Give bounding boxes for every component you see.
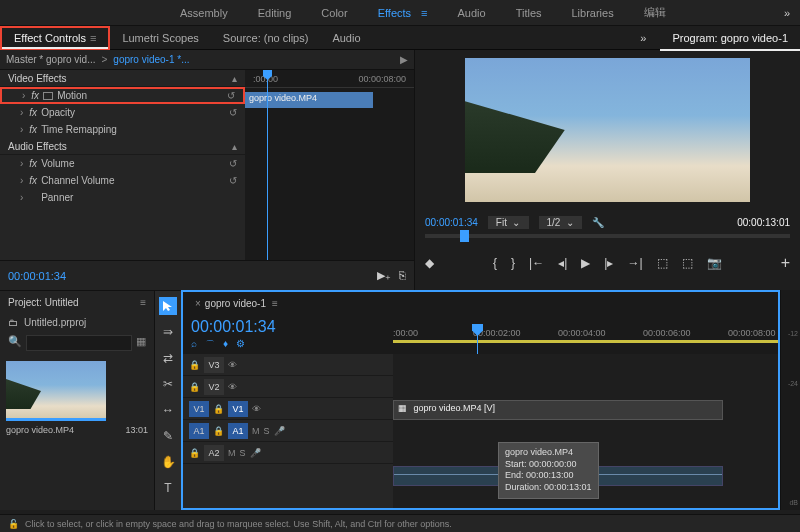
sequence-name[interactable]: gopro video-1: [205, 298, 266, 309]
marker-icon[interactable]: ♦: [223, 338, 228, 352]
effect-controls-tab[interactable]: Effect Controls ≡: [0, 26, 110, 50]
panel-menu-icon[interactable]: ≡: [140, 297, 146, 308]
eye-icon[interactable]: 👁: [252, 404, 261, 414]
step-forward-icon[interactable]: |▸: [604, 256, 613, 270]
track-target-v1[interactable]: V1: [228, 401, 248, 417]
go-to-out-icon[interactable]: →|: [627, 256, 642, 270]
lumetri-scopes-tab[interactable]: Lumetri Scopes: [110, 26, 210, 50]
source-patch-a1[interactable]: A1: [189, 423, 209, 439]
timeline-timecode[interactable]: 00:00:01:34: [191, 318, 385, 336]
tab-assembly[interactable]: Assembly: [180, 7, 228, 19]
reset-icon[interactable]: ↺: [229, 158, 237, 169]
linked-selection-icon[interactable]: ⌒: [205, 338, 215, 352]
extract-icon[interactable]: ⬚: [682, 256, 693, 270]
lift-icon[interactable]: ⬚: [657, 256, 668, 270]
voiceover-icon[interactable]: 🎤: [250, 448, 261, 458]
track-target-a2[interactable]: A2: [204, 445, 224, 461]
audio-effects-header[interactable]: Audio Effects ▴: [0, 138, 245, 155]
reset-icon[interactable]: ↺: [229, 175, 237, 186]
expand-icon[interactable]: ›: [20, 124, 23, 135]
selection-tool[interactable]: [159, 297, 177, 315]
video-effects-header[interactable]: Video Effects ▴: [0, 70, 245, 87]
bin-icon[interactable]: 🗀: [8, 317, 18, 328]
zoom-select[interactable]: Fit ⌄: [488, 216, 529, 229]
tab-edit-cjk[interactable]: 编辑: [644, 5, 666, 20]
settings-icon[interactable]: ⚙: [236, 338, 245, 352]
motion-effect[interactable]: › fx Motion ↺: [0, 87, 245, 104]
tab-effects[interactable]: Effects: [378, 7, 411, 19]
track-target-v2[interactable]: V2: [204, 379, 224, 395]
resolution-select[interactable]: 1/2 ⌄: [539, 216, 582, 229]
clip-thumbnail[interactable]: [6, 361, 106, 421]
track-target-a1[interactable]: A1: [228, 423, 248, 439]
voiceover-icon[interactable]: 🎤: [274, 426, 285, 436]
solo-button[interactable]: S: [240, 448, 246, 458]
volume-effect[interactable]: › fx Volume ↺: [0, 155, 245, 172]
overflow-icon[interactable]: »: [784, 7, 790, 19]
source-patch-v1[interactable]: V1: [189, 401, 209, 417]
go-to-in-icon[interactable]: |←: [529, 256, 544, 270]
panel-menu-icon[interactable]: ≡: [90, 32, 96, 44]
mute-button[interactable]: M: [252, 426, 260, 436]
lock-icon[interactable]: 🔒: [189, 360, 200, 370]
mark-out-icon[interactable]: }: [511, 256, 515, 270]
lock-icon[interactable]: 🔒: [213, 426, 224, 436]
lock-icon[interactable]: 🔒: [189, 382, 200, 392]
work-area-bar[interactable]: [393, 340, 778, 343]
reset-icon[interactable]: ↺: [227, 90, 235, 101]
track-header-a1[interactable]: A1 🔒 A1 M S 🎤: [183, 420, 393, 442]
video-clip[interactable]: ▦ gopro video.MP4 [V]: [393, 400, 723, 420]
source-tab[interactable]: Source: (no clips): [211, 26, 321, 50]
button-editor-icon[interactable]: +: [781, 254, 790, 272]
track-header-v1[interactable]: V1 🔒 V1 👁: [183, 398, 393, 420]
pen-tool[interactable]: ✎: [159, 427, 177, 445]
play-button[interactable]: ▶: [581, 256, 590, 270]
expand-icon[interactable]: ›: [22, 90, 25, 101]
tab-color[interactable]: Color: [321, 7, 347, 19]
program-panel-tab[interactable]: Program: gopro video-1: [660, 26, 800, 50]
export-frame-icon[interactable]: ⎘: [399, 269, 406, 282]
program-view[interactable]: [415, 50, 800, 210]
track-lanes[interactable]: ▦ gopro video.MP4 [V] gopro video.MP4 St…: [393, 354, 778, 508]
reset-icon[interactable]: ↺: [229, 107, 237, 118]
search-input[interactable]: [26, 335, 132, 351]
collapse-icon[interactable]: ▴: [232, 141, 237, 152]
export-frame-icon[interactable]: 📷: [707, 256, 722, 270]
mark-in-icon[interactable]: {: [493, 256, 497, 270]
effect-timeline[interactable]: :00:00 00:00:08:00 gopro video.MP4: [245, 70, 414, 260]
scrubber-handle[interactable]: [460, 230, 469, 242]
expand-icon[interactable]: ›: [20, 175, 23, 186]
eye-icon[interactable]: 👁: [228, 382, 237, 392]
time-ruler[interactable]: :00:00 00:00:02:00 00:00:04:00 00:00:06:…: [393, 314, 778, 354]
overflow-icon[interactable]: »: [640, 32, 646, 44]
expand-icon[interactable]: ›: [20, 158, 23, 169]
hand-tool[interactable]: ✋: [159, 453, 177, 471]
panel-menu-icon[interactable]: ≡: [272, 298, 278, 309]
tab-editing[interactable]: Editing: [258, 7, 292, 19]
sequence-clip-link[interactable]: gopro video-1 *...: [113, 54, 189, 65]
expand-icon[interactable]: ›: [20, 192, 23, 203]
track-header-v2[interactable]: 🔒 V2 👁: [183, 376, 393, 398]
collapse-icon[interactable]: ▴: [232, 73, 237, 84]
step-back-icon[interactable]: ◂|: [558, 256, 567, 270]
ripple-edit-tool[interactable]: ⇄: [159, 349, 177, 367]
lock-icon[interactable]: 🔒: [213, 404, 224, 414]
loop-icon[interactable]: ▶₊: [377, 269, 391, 282]
close-tab-icon[interactable]: ×: [195, 298, 201, 309]
tab-libraries[interactable]: Libraries: [572, 7, 614, 19]
effect-controls-timecode[interactable]: 00:00:01:34: [8, 270, 66, 282]
tab-audio[interactable]: Audio: [457, 7, 485, 19]
slip-tool[interactable]: ↔: [159, 401, 177, 419]
opacity-effect[interactable]: › fx Opacity ↺: [0, 104, 245, 121]
track-target-v3[interactable]: V3: [204, 357, 224, 373]
audio-mixer-tab[interactable]: Audio: [320, 26, 372, 50]
program-scrubber[interactable]: [415, 234, 800, 250]
tab-titles[interactable]: Titles: [516, 7, 542, 19]
razor-tool[interactable]: ✂: [159, 375, 177, 393]
project-bin[interactable]: gopro video.MP4 13:01: [0, 355, 154, 510]
playhead[interactable]: [267, 70, 268, 260]
search-icon[interactable]: 🔍: [8, 335, 22, 351]
eye-icon[interactable]: 👁: [228, 360, 237, 370]
settings-icon[interactable]: 🔧: [592, 217, 604, 228]
mute-button[interactable]: M: [228, 448, 236, 458]
